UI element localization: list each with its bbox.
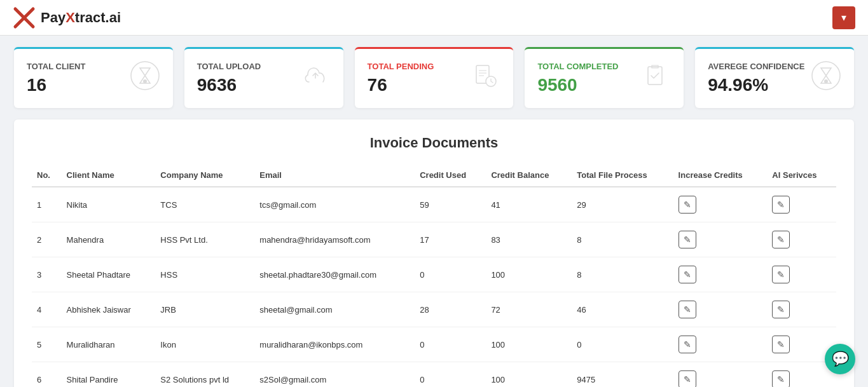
header-dropdown-button[interactable]: ▾: [832, 6, 855, 29]
cell-credit-balance: 72: [486, 292, 572, 327]
svg-point-4: [143, 79, 147, 83]
cell-increase-credits[interactable]: ✎: [673, 327, 768, 362]
ai-services-icon[interactable]: ✎: [772, 231, 790, 248]
logo-text: PayXtract.ai: [41, 10, 121, 26]
svg-rect-7: [648, 67, 662, 85]
col-client-name: Client Name: [62, 164, 156, 187]
stat-value-avg-confidence: 94.96%: [708, 75, 804, 95]
cell-credit-used: 0: [415, 257, 486, 292]
cell-credit-used: 28: [415, 292, 486, 327]
stat-card-total-completed: TOTAL COMPLETED 9560: [525, 47, 684, 108]
cell-client: Sheetal Phadtare: [62, 257, 156, 292]
cell-email: muralidharan@ikonbps.com: [254, 327, 415, 362]
svg-point-9: [824, 79, 828, 83]
cell-total-file: 8: [572, 222, 673, 257]
ai-services-icon[interactable]: ✎: [772, 196, 790, 214]
cell-email: sheetal.phadtare30@gmail.com: [254, 257, 415, 292]
cell-credit-used: 59: [415, 187, 486, 222]
hourglass2-icon: [811, 60, 841, 97]
cell-credit-used: 17: [415, 222, 486, 257]
cell-total-file: 0: [572, 327, 673, 362]
increase-credits-icon[interactable]: ✎: [679, 231, 696, 248]
document-clock-icon: [470, 60, 500, 97]
increase-credits-icon[interactable]: ✎: [679, 266, 696, 283]
cell-credit-balance: 83: [486, 222, 572, 257]
table-row: 4 Abhishek Jaiswar JRB sheetal@gmail.com…: [32, 292, 836, 327]
cell-ai-services[interactable]: ✎: [767, 292, 836, 327]
cell-company: S2 Solutions pvt ld: [155, 362, 254, 388]
col-total-file: Total File Process: [572, 164, 673, 187]
cell-no: 2: [32, 222, 62, 257]
logo: PayXtract.ai: [13, 6, 121, 29]
table-row: 6 Shital Pandire S2 Solutions pvt ld s2S…: [32, 362, 836, 388]
cell-no: 1: [32, 187, 62, 222]
cell-total-file: 46: [572, 292, 673, 327]
increase-credits-icon[interactable]: ✎: [679, 370, 696, 387]
cell-email: tcs@gmail.com: [254, 187, 415, 222]
cell-total-file: 8: [572, 257, 673, 292]
cell-increase-credits[interactable]: ✎: [673, 187, 768, 222]
header: PayXtract.ai ▾: [0, 0, 868, 36]
ai-services-icon[interactable]: ✎: [772, 370, 790, 387]
stat-label-total-upload: TOTAL UPLOAD: [197, 62, 261, 71]
stat-info-avg-confidence: AVEREGE CONFIDENCE 94.96%: [708, 62, 804, 95]
stat-label-total-completed: TOTAL COMPLETED: [537, 62, 618, 71]
col-email: Email: [254, 164, 415, 187]
cell-credit-balance: 100: [486, 327, 572, 362]
stat-label-total-pending: TOTAL PENDING: [368, 62, 434, 71]
hourglass-icon: [130, 60, 160, 97]
cell-increase-credits[interactable]: ✎: [673, 257, 768, 292]
cell-company: JRB: [155, 292, 254, 327]
table-row: 3 Sheetal Phadtare HSS sheetal.phadtare3…: [32, 257, 836, 292]
cell-ai-services[interactable]: ✎: [767, 187, 836, 222]
stat-card-total-upload: TOTAL UPLOAD 9636: [184, 47, 343, 108]
ai-services-icon[interactable]: ✎: [772, 336, 790, 353]
table-title: Invoice Documents: [32, 135, 836, 151]
stat-card-avg-confidence: AVEREGE CONFIDENCE 94.96%: [695, 47, 854, 108]
ai-services-icon[interactable]: ✎: [772, 266, 790, 283]
col-increase-credits: Increase Credits: [673, 164, 768, 187]
chat-bubble-button[interactable]: 💬: [825, 344, 855, 374]
cell-ai-services[interactable]: ✎: [767, 222, 836, 257]
clipboard-check-icon: [640, 60, 671, 97]
cell-company: TCS: [155, 187, 254, 222]
stat-info-total-client: TOTAL CLIENT 16: [27, 62, 85, 95]
cell-client: Abhishek Jaiswar: [62, 292, 156, 327]
cell-ai-services[interactable]: ✎: [767, 257, 836, 292]
cell-increase-credits[interactable]: ✎: [673, 222, 768, 257]
stat-value-total-client: 16: [27, 75, 85, 95]
cell-client: Nikita: [62, 187, 156, 222]
cell-increase-credits[interactable]: ✎: [673, 362, 768, 388]
cell-no: 5: [32, 327, 62, 362]
chat-icon: 💬: [832, 351, 849, 367]
cell-increase-credits[interactable]: ✎: [673, 292, 768, 327]
cell-no: 3: [32, 257, 62, 292]
col-credit-balance: Credit Balance: [486, 164, 572, 187]
col-no: No.: [32, 164, 62, 187]
invoice-table: No. Client Name Company Name Email Credi…: [32, 164, 836, 387]
increase-credits-icon[interactable]: ✎: [679, 301, 696, 318]
stat-value-total-completed: 9560: [537, 75, 618, 95]
cell-client: Shital Pandire: [62, 362, 156, 388]
upload-cloud-icon: [300, 60, 331, 97]
stat-info-total-upload: TOTAL UPLOAD 9636: [197, 62, 261, 95]
cell-credit-balance: 100: [486, 257, 572, 292]
cell-no: 6: [32, 362, 62, 388]
ai-services-icon[interactable]: ✎: [772, 301, 790, 318]
chevron-down-icon: ▾: [841, 11, 846, 24]
cell-total-file: 29: [572, 187, 673, 222]
increase-credits-icon[interactable]: ✎: [679, 336, 696, 353]
col-ai-services: AI Serivces: [767, 164, 836, 187]
stats-row: TOTAL CLIENT 16 TOTAL UPLOAD 9636 TOTAL …: [0, 36, 868, 119]
col-credit-used: Credit Used: [415, 164, 486, 187]
stat-value-total-pending: 76: [368, 75, 434, 95]
cell-no: 4: [32, 292, 62, 327]
main-content: Invoice Documents No. Client Name Compan…: [0, 119, 868, 387]
table-header-row: No. Client Name Company Name Email Credi…: [32, 164, 836, 187]
stat-card-total-client: TOTAL CLIENT 16: [14, 47, 173, 108]
cell-total-file: 9475: [572, 362, 673, 388]
cell-email: s2Sol@gmail.com: [254, 362, 415, 388]
stat-label-avg-confidence: AVEREGE CONFIDENCE: [708, 62, 804, 71]
cell-client: Mahendra: [62, 222, 156, 257]
increase-credits-icon[interactable]: ✎: [679, 196, 696, 214]
